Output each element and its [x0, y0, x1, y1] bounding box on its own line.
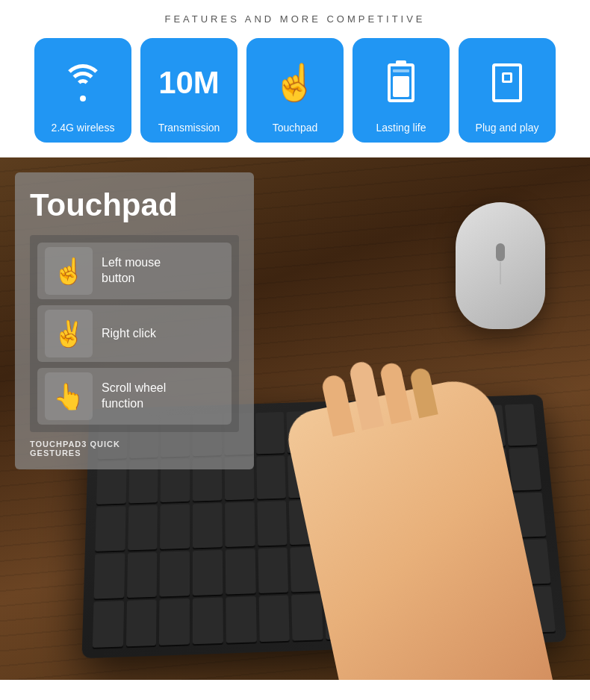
mouse-scroll-wheel: [496, 243, 505, 261]
features-title: FEATURES AND MORE COMPETITIVE: [15, 13, 575, 25]
feature-lasting: Lasting life: [353, 38, 450, 143]
gesture-right-click: ✌ Right click: [37, 305, 232, 362]
scroll-label: Scroll wheelfunction: [102, 381, 166, 412]
transmission-number: 10M: [158, 67, 220, 99]
gesture-rows: ☝ Left mousebutton ✌ Right click 👆 Scrol…: [30, 235, 239, 432]
right-click-label: Right click: [102, 326, 156, 342]
overlay-panel: Touchpad ☝ Left mousebutton ✌ Right clic…: [15, 172, 254, 469]
touchpad-label: Touchpad: [273, 122, 318, 134]
wireless-icon-area: [60, 47, 105, 119]
gesture-scroll: 👆 Scroll wheelfunction: [37, 368, 232, 425]
scroll-icon: 👆: [45, 372, 93, 420]
feature-wireless: 2.4G wireless: [34, 38, 131, 143]
battery-icon-area: [388, 47, 414, 119]
touch-icon: ☝: [273, 65, 317, 101]
left-click-label: Left mousebutton: [102, 255, 161, 287]
top-section: FEATURES AND MORE COMPETITIVE 2.4G wirel…: [0, 0, 590, 157]
feature-icons-row: 2.4G wireless 10M Transmission ☝ Touchpa…: [15, 38, 575, 143]
feature-touchpad: ☝ Touchpad: [246, 38, 344, 143]
wireless-label: 2.4G wireless: [52, 122, 115, 134]
right-click-icon: ✌: [45, 310, 93, 357]
battery-icon: [388, 63, 414, 102]
lasting-label: Lasting life: [376, 122, 426, 134]
plug-label: Plug and play: [476, 122, 539, 134]
usb-icon-area: [492, 47, 522, 119]
mouse: [456, 202, 545, 329]
gesture-left-click: ☝ Left mousebutton: [37, 243, 232, 299]
wifi-icon: [60, 64, 105, 101]
mouse-divider: [500, 262, 501, 284]
feature-transmission: 10M Transmission: [140, 38, 237, 143]
gesture-footer: TOUCHPAD3 QUICKGESTURES: [30, 440, 239, 457]
feature-plug: Plug and play: [459, 38, 556, 143]
touchpad-icon-area: ☝: [273, 47, 317, 119]
left-click-icon: ☝: [45, 247, 93, 295]
main-section: // Render 70 keys for (let i=0;i<70;i++)…: [0, 157, 590, 680]
transmission-label: Transmission: [158, 122, 220, 134]
usb-icon: [492, 63, 522, 102]
overlay-title: Touchpad: [30, 187, 239, 223]
transmission-icon-area: 10M: [158, 47, 220, 119]
